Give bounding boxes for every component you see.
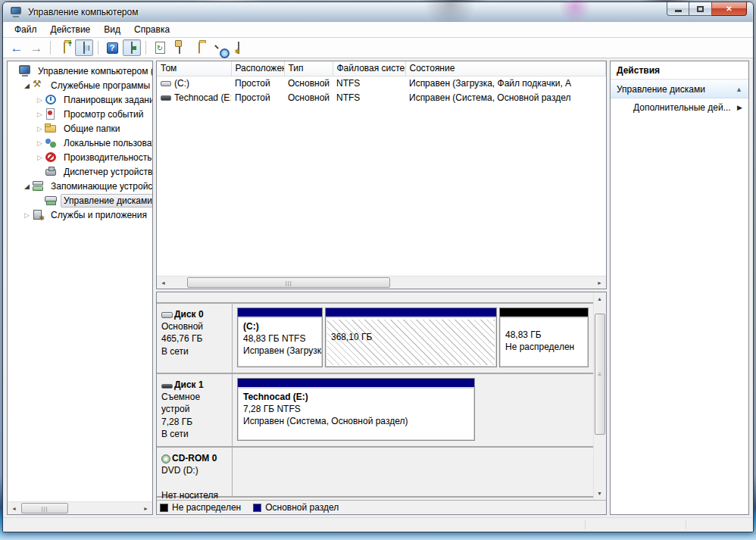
forward-button: → (27, 39, 45, 56)
disk-label: Диск 1Съемное устрой7,28 ГБВ сети (157, 374, 233, 446)
disk-info: В сети (161, 345, 229, 357)
help-button[interactable]: ? (103, 39, 121, 56)
properties-button[interactable] (170, 39, 189, 56)
partition-text: 48,83 ГБ NTFS (243, 332, 317, 345)
disk-name-text: Диск 0 (174, 309, 204, 320)
volume-list-horizontal-scrollbar[interactable]: ◄ ||| ► (157, 276, 606, 289)
refresh-button[interactable]: ↻ (151, 39, 169, 56)
menu-файл[interactable]: Файл (8, 23, 44, 36)
performance-icon (45, 151, 57, 163)
tree-item[interactable]: ▷Локальные пользовате (8, 136, 152, 150)
collapsed-expander-icon[interactable]: ▷ (35, 96, 45, 104)
cell-fs: NTFS (333, 90, 405, 105)
partition-text: Исправен (Система, Основной раздел) (243, 415, 469, 427)
expanded-expander-icon[interactable]: ◢ (22, 82, 32, 89)
tree-item[interactable]: ◢Запоминающие устройст (8, 179, 152, 193)
tree-item[interactable]: ▷Производительность (8, 150, 152, 164)
cell-layout: Простой (231, 90, 284, 105)
partition-info: 368,10 ГБ (326, 318, 496, 345)
partition[interactable]: (C:)48,83 ГБ NTFSИсправен (Загрузка, Фа (237, 307, 323, 367)
column-header-0[interactable]: Том (157, 61, 231, 76)
scrollbar-thumb[interactable]: ≡ (595, 314, 605, 435)
cdrom-icon (161, 454, 170, 464)
disk-info: 7,28 ГБ (161, 416, 229, 428)
show-console-tree-button[interactable] (75, 39, 93, 56)
disk-row: Диск 1Съемное устрой7,28 ГБВ сетиTechnoc… (157, 374, 593, 448)
graphical-view-pane: Диск 0Основной465,76 ГБВ сети(C:)48,83 Г… (156, 292, 607, 515)
minimize-button[interactable] (667, 2, 689, 16)
scrollbar-thumb[interactable]: ||| (187, 277, 390, 288)
volume-name: Technocad (E:) (174, 92, 231, 103)
tree-item[interactable]: ▷Общие папки (8, 121, 152, 136)
cell-volume: (C:) (157, 76, 231, 90)
menu-действие[interactable]: Действие (44, 23, 98, 36)
table-row[interactable]: (C:)ПростойОсновнойNTFSИсправен (Загрузк… (157, 76, 606, 90)
partition-text: Не распределен (505, 341, 583, 353)
cell-status: Исправен (Система, Основной раздел (405, 90, 606, 105)
app-icon (11, 7, 23, 17)
tree-item-label: Запоминающие устройст (48, 179, 152, 193)
disk-info (161, 476, 229, 488)
tree-item[interactable]: ▷Просмотр событий (8, 107, 152, 121)
back-button[interactable]: ← (8, 39, 26, 56)
manage-button[interactable] (230, 39, 248, 56)
task-scheduler-icon (45, 94, 57, 105)
actions-pane: Действия Управление дисками ▲ Дополнител… (610, 61, 749, 515)
partition[interactable]: 368,10 ГБ (325, 307, 497, 367)
tree-item[interactable]: Управление компьютером (л (8, 64, 152, 78)
cell-layout: Простой (231, 76, 284, 90)
cell-volume: Technocad (E:) (157, 90, 231, 105)
scroll-down-icon[interactable]: ▼ (593, 487, 606, 500)
scroll-left-icon[interactable]: ◄ (8, 502, 20, 515)
collapse-icon[interactable]: ▲ (736, 86, 742, 93)
tree-item[interactable]: ▷Службы и приложения (8, 208, 152, 222)
collapsed-expander-icon[interactable]: ▷ (35, 125, 45, 133)
partition-text: 368,10 ГБ (331, 331, 491, 343)
expanded-expander-icon[interactable]: ◢ (22, 183, 32, 190)
scrollbar-thumb[interactable]: ||| (21, 503, 68, 513)
close-button[interactable]: ✕ (712, 2, 747, 16)
tree-item[interactable]: Управление дисками (8, 193, 152, 208)
table-row[interactable]: Technocad (E:)ПростойОсновнойNTFSИсправе… (157, 90, 606, 105)
disk-name: CD-ROM 0 (161, 452, 229, 464)
column-header-1[interactable]: Расположение (231, 61, 284, 76)
maximize-button[interactable] (689, 2, 712, 16)
column-header-3[interactable]: Файловая система (333, 61, 405, 76)
show-console-tree-icon (83, 42, 85, 53)
actions-section-disk-management[interactable]: Управление дисками ▲ (611, 80, 748, 98)
graphical-view-vertical-scrollbar[interactable]: ▲ ≡ ▼ (593, 292, 606, 500)
legend-swatch (253, 504, 261, 512)
collapsed-expander-icon[interactable]: ▷ (35, 111, 45, 118)
scroll-right-icon[interactable]: ► (593, 276, 606, 289)
column-header-2[interactable]: Тип (284, 61, 333, 76)
open-folder-icon (198, 42, 200, 53)
up-folder-button[interactable] (55, 39, 73, 56)
menu-вид[interactable]: Вид (97, 23, 127, 36)
scroll-up-icon[interactable]: ▲ (593, 292, 606, 305)
tree-item[interactable]: Диспетчер устройств (8, 164, 152, 179)
partition[interactable]: Technocad (E:)7,28 ГБ NTFSИсправен (Сист… (237, 378, 475, 441)
partition[interactable]: 48,83 ГБНе распределен (499, 307, 589, 367)
actions-item-more-actions[interactable]: Дополнительные дей... ▶ (611, 98, 748, 117)
collapsed-expander-icon[interactable]: ▷ (35, 139, 45, 147)
column-header-4[interactable]: Состояние (405, 61, 606, 76)
tree-item[interactable]: ◢Служебные программы (8, 78, 152, 92)
show-action-pane-button[interactable] (123, 39, 141, 56)
removable-disk-icon (161, 384, 173, 389)
collapsed-expander-icon[interactable]: ▷ (22, 211, 32, 219)
find-button[interactable] (210, 39, 228, 56)
volume-list-pane: ТомРасположениеТипФайловая системаСостоя… (156, 61, 607, 289)
collapsed-expander-icon[interactable]: ▷ (35, 154, 45, 161)
tree-item[interactable]: ▷Планировщик заданий (8, 92, 152, 107)
open-folder-button[interactable] (190, 39, 208, 56)
menu-справка[interactable]: Справка (127, 23, 177, 36)
disk-row: Диск 0Основной465,76 ГБВ сети(C:)48,83 Г… (157, 302, 593, 374)
menu-bar: ФайлДействиеВидСправка (3, 22, 753, 38)
show-action-pane-icon (131, 42, 133, 53)
title-bar[interactable]: Управление компьютером ✕ (3, 2, 753, 22)
scroll-left-icon[interactable]: ◄ (157, 276, 170, 289)
event-viewer-icon (45, 108, 57, 120)
tree-horizontal-scrollbar[interactable]: ◄ ||| ► (8, 501, 152, 514)
console-tree-pane: Управление компьютером (л◢Служебные прог… (7, 61, 153, 515)
scroll-right-icon[interactable]: ► (139, 502, 152, 515)
